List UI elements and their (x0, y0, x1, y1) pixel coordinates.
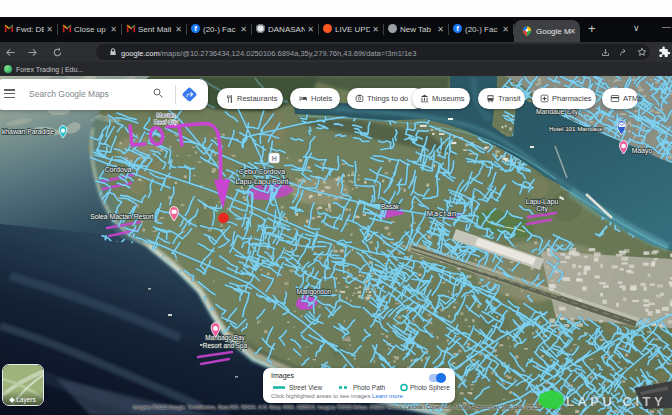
svg-text:Photo Sphere: Photo Sphere (410, 384, 450, 392)
svg-text:khawan Paradise: khawan Paradise (2, 128, 54, 135)
svg-text:Marigondon: Marigondon (297, 288, 332, 296)
svg-text:Maribago Bay: Maribago Bay (205, 334, 245, 342)
svg-text:Reef City: Reef City (154, 119, 178, 125)
svg-text:Cebu Cordova: Cebu Cordova (239, 167, 285, 176)
svg-text:Cordova: Cordova (104, 165, 131, 174)
svg-text:Hotel 101 Mandaue: Hotel 101 Mandaue (549, 125, 604, 132)
svg-text:Basak: Basak (381, 203, 400, 210)
svg-text:Resort and Spa: Resort and Spa (203, 342, 248, 350)
svg-text:Photo Path: Photo Path (353, 384, 386, 391)
svg-text:City: City (536, 205, 548, 213)
svg-text:Street View: Street View (289, 384, 322, 391)
svg-text:Mandaue City: Mandaue City (536, 108, 579, 116)
svg-text:Mactan: Mactan (427, 209, 458, 218)
svg-text:Maayo: Maayo (632, 147, 653, 155)
svg-text:Mactan: Mactan (156, 112, 175, 118)
svg-text:Solea Mactan Resort: Solea Mactan Resort (90, 213, 154, 220)
svg-text:H: H (272, 155, 277, 162)
svg-text:Lapu-Lapu Point: Lapu-Lapu Point (236, 177, 289, 186)
